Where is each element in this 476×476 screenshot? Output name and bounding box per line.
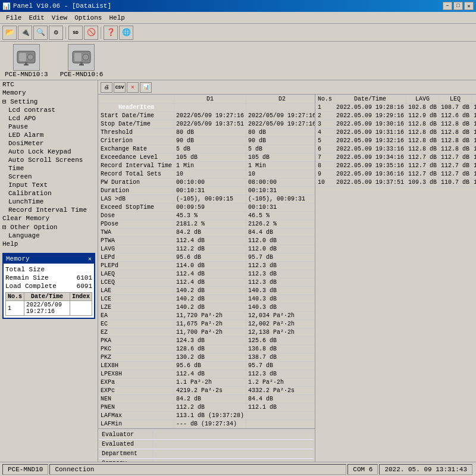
menu-edit[interactable]: Edit [25, 13, 48, 23]
menu-help[interactable]: Help [105, 13, 128, 23]
stats-table-container[interactable]: No.s Date/Time LAVG LEQ LCPK LZPK 12022.… [315, 95, 476, 462]
stats-row[interactable]: 92022.05.09 19:36:16112.7 dB112.7 dB116.… [316, 170, 477, 178]
info-value[interactable] [153, 430, 314, 439]
table-row[interactable]: EXPa1.1 Pa²·2h1.2 Pa²·2h1.2 Pa²·2h [99, 378, 316, 387]
table-row[interactable]: LCEQ112.4 dB112.3 dB112.3 dB [99, 278, 316, 287]
sidebar-item-dosimeter[interactable]: DosiMeter [0, 139, 98, 148]
sidebar-item-clear-memory[interactable]: Clear Memory [0, 214, 98, 223]
table-row[interactable]: Start Date/Time2022/05/09 19:27:162022/0… [99, 112, 316, 120]
sidebar-item-record-interval[interactable]: Record Interval Time [0, 206, 98, 214]
table-cell: 140.3 dB [246, 295, 315, 303]
sd-btn[interactable]: SD [68, 26, 83, 40]
maximize-button[interactable]: □ [453, 2, 463, 10]
table-row[interactable]: LEX8H95.6 dB95.7 dB95.7 dB [99, 362, 316, 370]
help-btn[interactable]: ❓ [104, 26, 118, 40]
info-value[interactable] [153, 459, 314, 462]
menu-file[interactable]: File [2, 13, 25, 23]
main-table-container[interactable]: D1 D2 D3 HeaderItemStart Date/Time2022/0… [98, 95, 315, 462]
table-row[interactable]: PLEPd114.0 dB112.3 dB112.3 dB [99, 262, 316, 270]
stats-row[interactable]: 62022.05.09 19:33:16112.8 dB112.8 dB116.… [316, 145, 477, 154]
minimize-button[interactable]: − [443, 2, 452, 10]
stats-row[interactable]: 32022.05.09 19:30:16112.8 dB112.8 dB115.… [316, 120, 477, 129]
print-btn[interactable]: 🖨 [101, 82, 112, 93]
table-row[interactable]: PKC128.6 dB136.8 dB136.8 dB [99, 345, 316, 353]
table-row[interactable]: Exceed StopTime00:09:5900:10:3100:10:31 [99, 203, 316, 212]
table-row[interactable]: EZ11,700 Pa²·2h12,138 Pa²·2h12,138 Pa²·2… [99, 328, 316, 337]
sidebar-item-other-option[interactable]: ⊟ Other Option [0, 223, 98, 231]
search-btn[interactable]: 🔍 [33, 26, 48, 40]
table-row[interactable]: LAVG112.2 dB112.0 dB112.0 dB [99, 245, 316, 253]
chart-btn[interactable]: 📊 [140, 82, 152, 93]
device-2[interactable]: PCE-MND10:6 [60, 44, 104, 78]
table-row[interactable]: Record Interval Time1 Min1 Min1 Min [99, 162, 316, 170]
memory-panel-close[interactable]: ✕ [88, 255, 92, 262]
table-row[interactable]: PTWA112.4 dB112.0 dB112.0 dB [99, 237, 316, 245]
table-row[interactable]: Exchange Rate5 dB5 dB5 dB [99, 145, 316, 154]
stats-row[interactable]: 102022.05.09 19:37:51109.3 dB110.7 dB136… [316, 178, 477, 187]
stats-row[interactable]: 82022.05.09 19:35:16112.7 dB112.7 dB116.… [316, 162, 477, 170]
table-row[interactable]: EXPc4219.2 Pa²·2s4332.2 Pa²·2s4332.2 Pa²… [99, 387, 316, 395]
table-row[interactable]: PNEN112.2 dB112.1 dB112.1 dB [99, 403, 316, 412]
sidebar-item-setting[interactable]: ⊟ Setting [0, 97, 98, 106]
stats-row[interactable]: 42022.05.09 19:31:16112.8 dB112.8 dB116.… [316, 129, 477, 137]
table-row[interactable]: NEN84.2 dB84.4 dB84.4 dB [99, 395, 316, 403]
usb-btn[interactable]: 🔌 [18, 26, 32, 40]
sidebar-item-auto-scroll[interactable]: Auto Scroll Screens [0, 156, 98, 164]
table-row[interactable]: LCE140.2 dB140.3 dB140.3 dB [99, 295, 316, 303]
table-row[interactable]: PKZ130.2 dB138.7 dB138.7 dB [99, 353, 316, 362]
sidebar-item-input-text[interactable]: Input Text [0, 181, 98, 189]
sidebar-item-time[interactable]: Time [0, 164, 98, 173]
sidebar-item-language[interactable]: Language [0, 231, 98, 240]
stats-cell: 2022.05.09 19:32:16 [334, 137, 406, 145]
sidebar-item-led-alarm[interactable]: LED Alarm [0, 131, 98, 139]
globe-btn[interactable]: 🌐 [119, 26, 133, 40]
table-row[interactable]: PDose2181.2 %2126.2 %2126.2 % [99, 220, 316, 228]
table-row[interactable]: LAFMin--- dB (19:27:34) [99, 420, 316, 428]
table-row[interactable]: Record Total Sets101010 [99, 170, 316, 178]
table-row[interactable]: LAS >dB(-105), 00:09:15(-105), 00:09:31(… [99, 195, 316, 203]
sidebar-item-auto-lock[interactable]: Auto Lock Keypad [0, 148, 98, 156]
sidebar-item-calibration[interactable]: Calibration [0, 189, 98, 198]
menu-view[interactable]: View [48, 13, 71, 23]
menu-options[interactable]: Options [71, 13, 105, 23]
stats-row[interactable]: 22022.05.09 19:29:16112.9 dB112.6 dB118.… [316, 112, 477, 120]
table-row[interactable]: EA11,720 Pa²·2h12,034 Pa²·2h12,034 Pa²·2… [99, 312, 316, 320]
table-row[interactable]: PKA124.3 dB125.6 dB125.6 dB [99, 337, 316, 345]
info-value[interactable] [153, 449, 314, 458]
stats-row[interactable]: 72022.05.09 19:34:16112.7 dB112.7 dB115.… [316, 154, 477, 162]
table-row[interactable]: Dose45.3 %46.5 %46.5 % [99, 212, 316, 220]
info-value[interactable] [153, 440, 314, 449]
delete-data-btn[interactable]: ✕ [127, 82, 139, 93]
table-row[interactable]: LAE140.2 dB140.3 dB140.3 dB [99, 287, 316, 295]
table-row[interactable]: LAFMax113.1 dB (19:37:28) [99, 412, 316, 420]
table-row[interactable]: PW Duration00:10:0008:00:0008:00:00 [99, 178, 316, 187]
sidebar-item-screen[interactable]: Screen [0, 173, 98, 181]
table-row[interactable]: Criterion90 dB90 dB90 dB [99, 137, 316, 145]
sidebar-item-lunchtime[interactable]: LunchTime [0, 198, 98, 206]
table-row[interactable]: LEPd95.6 dB95.7 dB95.7 dB [99, 253, 316, 262]
table-row[interactable]: LPEX8H112.4 dB112.3 dB112.3 dB [99, 370, 316, 378]
table-row[interactable]: TWA84.2 dB84.4 dB84.4 dB [99, 228, 316, 237]
table-row[interactable]: LZE140.2 dB140.3 dB140.3 dB [99, 303, 316, 312]
sidebar-item-pause[interactable]: Pause [0, 123, 98, 131]
stats-row[interactable]: 52022.05.09 19:32:16112.8 dB112.8 dB115.… [316, 137, 477, 145]
table-row[interactable]: Exceedance Level105 dB105 dB105 dB [99, 154, 316, 162]
table-row[interactable]: Threshold80 dB80 dB80 dB [99, 129, 316, 137]
sidebar-item-lcd-apo[interactable]: Lcd APO [0, 114, 98, 123]
save-csv-btn[interactable]: CSV [114, 82, 126, 93]
table-row[interactable]: Duration00:10:3100:10:3100:10:31 [99, 187, 316, 195]
memory-table-row[interactable]: 12022/05/09 19:27:16 [6, 301, 92, 316]
settings-btn[interactable]: ⚙ [49, 26, 63, 40]
sidebar-item-help[interactable]: Help [0, 240, 98, 248]
sidebar-item-rtc[interactable]: RTC [0, 80, 98, 89]
device-1[interactable]: PCE-MND10:3 [5, 44, 48, 78]
table-row[interactable]: LAEQ112.4 dB112.3 dB112.3 dB [99, 270, 316, 278]
table-row[interactable]: Stop Date/Time2022/05/09 19:37:512022/05… [99, 120, 316, 129]
close-button[interactable]: ✕ [464, 2, 474, 10]
sidebar-item-lcd-contrast[interactable]: Lcd contrast [0, 106, 98, 114]
sidebar-item-memory[interactable]: Memory [0, 89, 98, 97]
table-row[interactable]: EC11,675 Pa²·2h12,002 Pa²·2h12,002 Pa²·2… [99, 320, 316, 328]
stats-row[interactable]: 12022.05.09 19:28:16102.8 dB108.7 dB128.… [316, 104, 477, 112]
delete-btn[interactable]: 🚫 [84, 26, 98, 40]
open-btn[interactable]: 📂 [2, 26, 17, 40]
